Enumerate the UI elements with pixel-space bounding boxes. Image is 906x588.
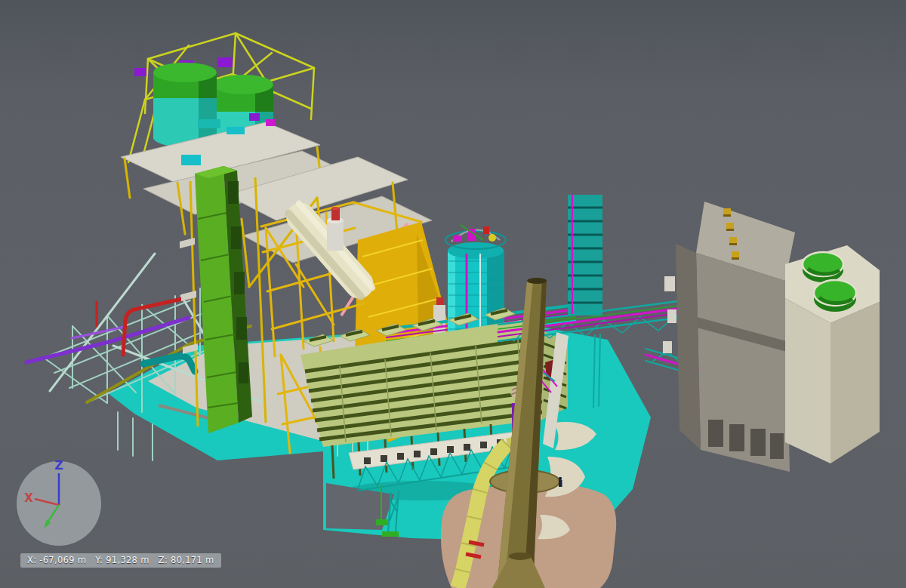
coordinate-x: X: -67,069 m [27, 555, 86, 565]
turbine-building[interactable] [663, 202, 795, 472]
stack-base-joint [509, 553, 532, 560]
human-figure [559, 477, 562, 487]
axis-gizmo[interactable]: Z X [17, 458, 101, 546]
coordinate-readout: X: -67,069 mY: 91,328 mZ: 80,171 m [20, 553, 221, 568]
duct-bank[interactable] [568, 195, 602, 316]
tank-building-right [830, 302, 880, 463]
x-axis-label: X [24, 491, 33, 505]
vessel-red-cap-top [331, 207, 339, 210]
green-base [376, 519, 388, 525]
model-viewer-window: Z X X: -67,069 mY: 91,328 mZ: 80,171 m [0, 0, 906, 588]
tank-building-front [785, 298, 830, 463]
3d-viewport[interactable]: Z X [0, 0, 906, 588]
tank-building[interactable] [785, 245, 880, 463]
green-tank-2 [814, 280, 856, 312]
green-tank-1 [803, 252, 843, 282]
column-base-pad [382, 531, 399, 537]
absorber-top [448, 242, 504, 259]
vessel2-red-cap [436, 297, 443, 305]
z-axis-label: Z [54, 458, 63, 473]
coordinate-y: Y: 91,328 m [95, 555, 149, 565]
silo-left [153, 63, 217, 147]
coordinate-z: Z: 80,171 m [159, 555, 214, 565]
vessel-body [327, 220, 344, 251]
stack-top-opening [527, 278, 547, 284]
vessel-red-cap [331, 208, 340, 220]
